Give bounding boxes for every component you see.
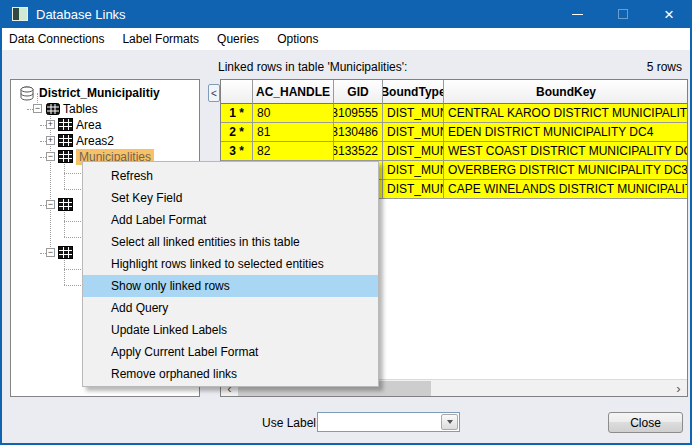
close-button[interactable]: × — [646, 0, 692, 28]
table-context-menu: RefreshSet Key FieldAdd Label FormatSele… — [82, 161, 379, 387]
maximize-icon — [618, 9, 628, 19]
titlebar: Database Links × — [0, 0, 692, 28]
table-icon — [58, 198, 73, 214]
cell-bound-key: OVERBERG DISTRICT MUNICIPALITY DC3 — [444, 161, 688, 180]
tree-item-label: Tables — [63, 101, 98, 117]
cell-bound-key: EDEN DISTRICT MUNICIPALITY DC4 — [444, 123, 688, 142]
cell-ac-handle: 81 — [253, 123, 334, 142]
column-header-corner[interactable] — [221, 80, 253, 104]
cell-gid: 6133522 — [334, 142, 383, 161]
column-header-boundkey[interactable]: BoundKey — [444, 80, 688, 104]
linked-rows-caption: Linked rows in table 'Municipalities': — [218, 60, 407, 74]
maximize-button[interactable] — [600, 0, 646, 28]
close-icon: × — [664, 6, 674, 23]
tree-connector-line — [50, 109, 51, 253]
cell-gid: 3109555 — [334, 104, 383, 123]
menubar: Data ConnectionsLabel FormatsQueriesOpti… — [0, 28, 692, 50]
menubar-item-queries[interactable]: Queries — [208, 28, 268, 50]
cell-ac-handle: 80 — [253, 104, 334, 123]
column-header-gid[interactable]: GID — [334, 80, 383, 104]
table-row[interactable]: 2 *813130486DIST_MUNEDEN DISTRICT MUNICI… — [221, 123, 687, 142]
cell-bound-key: WEST COAST DISTRICT MUNICIPALITY DC1 — [444, 142, 688, 161]
tree-item-label: District_Municipalitiy — [39, 85, 160, 101]
caption-buttons: × — [554, 0, 692, 28]
tree-expander-expand[interactable]: + — [46, 120, 55, 129]
app-icon — [12, 7, 28, 21]
menu-item-remove-orphaned-links[interactable]: Remove orphaned links — [83, 363, 378, 385]
menu-item-select-all-linked-entities-in-this-table[interactable]: Select all linked entities in this table — [83, 231, 378, 253]
tree-expander-collapse[interactable]: − — [46, 152, 55, 161]
row-header-cell: 1 * — [221, 104, 253, 123]
close-dialog-button[interactable]: Close — [608, 412, 683, 433]
menu-item-highlight-rows-linked-to-selected-entities[interactable]: Highlight rows linked to selected entiti… — [83, 253, 378, 275]
menu-item-apply-current-label-format[interactable]: Apply Current Label Format — [83, 341, 378, 363]
table-icon — [58, 150, 73, 166]
menubar-item-data-connections[interactable]: Data Connections — [0, 28, 113, 50]
combo-dropdown-button[interactable] — [441, 414, 458, 430]
menu-item-add-label-format[interactable]: Add Label Format — [83, 209, 378, 231]
menubar-item-options[interactable]: Options — [268, 28, 327, 50]
database-links-dialog: Database Links × Data ConnectionsLabel F… — [0, 0, 692, 445]
tree-expander-collapse[interactable]: − — [46, 248, 55, 257]
cell-bound-key: CENTRAL KAROO DISTRICT MUNICIPALITY DC — [444, 104, 688, 123]
menu-item-add-query[interactable]: Add Query — [83, 297, 378, 319]
tree-item-district_municipalitiy[interactable]: District_Municipalitiy — [11, 85, 199, 101]
cell-bound-type: DIST_MUN — [383, 180, 444, 199]
database-icon — [19, 86, 35, 104]
chevron-down-icon — [447, 420, 453, 424]
table-icon — [58, 134, 73, 150]
tables-folder-icon — [45, 102, 61, 119]
tree-item-areas2[interactable]: +Areas2 — [11, 133, 199, 149]
cell-bound-type: DIST_MUN — [383, 161, 444, 180]
table-icon — [58, 118, 73, 134]
tree-expander-collapse[interactable]: − — [46, 200, 55, 209]
column-header-boundtype[interactable]: BoundType — [383, 80, 444, 104]
grid-header: AC_HANDLEGIDBoundTypeBoundKey — [221, 80, 687, 104]
menu-item-set-key-field[interactable]: Set Key Field — [83, 187, 378, 209]
menu-item-refresh[interactable]: Refresh — [83, 165, 378, 187]
row-header-cell: 3 * — [221, 142, 253, 161]
menu-item-update-linked-labels[interactable]: Update Linked Labels — [83, 319, 378, 341]
tree-expander-expand[interactable]: + — [46, 136, 55, 145]
cell-gid: 3130486 — [334, 123, 383, 142]
tree-expander-collapse[interactable]: − — [33, 104, 42, 113]
tree-item-tables[interactable]: −Tables — [11, 101, 199, 117]
scroll-right-icon[interactable]: › — [670, 380, 687, 396]
table-icon — [58, 246, 73, 262]
label-format-combobox[interactable] — [317, 412, 460, 432]
menu-item-show-only-linked-rows[interactable]: Show only linked rows — [83, 275, 378, 297]
chevron-left-icon: < — [211, 88, 217, 99]
table-row[interactable]: 3 *826133522DIST_MUNWEST COAST DISTRICT … — [221, 142, 687, 161]
tree-item-label: Areas2 — [76, 133, 114, 149]
tree-collapse-button[interactable]: < — [208, 84, 220, 102]
label-format-input[interactable] — [320, 414, 438, 430]
minimize-icon — [572, 14, 583, 15]
minimize-button[interactable] — [554, 0, 600, 28]
column-header-ac_handle[interactable]: AC_HANDLE — [253, 80, 334, 104]
cell-bound-key: CAPE WINELANDS DISTRICT MUNICIPALITY D — [444, 180, 688, 199]
row-header-cell: 2 * — [221, 123, 253, 142]
cell-bound-type: DIST_MUN — [383, 142, 444, 161]
tree-item-area[interactable]: +Area — [11, 117, 199, 133]
cell-bound-type: DIST_MUN — [383, 123, 444, 142]
row-count: 5 rows — [647, 60, 682, 74]
tree-item-label: Area — [76, 117, 101, 133]
window-title: Database Links — [36, 7, 126, 22]
cell-bound-type: DIST_MUN — [383, 104, 444, 123]
menubar-item-label-formats[interactable]: Label Formats — [113, 28, 208, 50]
cell-ac-handle: 82 — [253, 142, 334, 161]
table-row[interactable]: 1 *803109555DIST_MUNCENTRAL KAROO DISTRI… — [221, 104, 687, 123]
